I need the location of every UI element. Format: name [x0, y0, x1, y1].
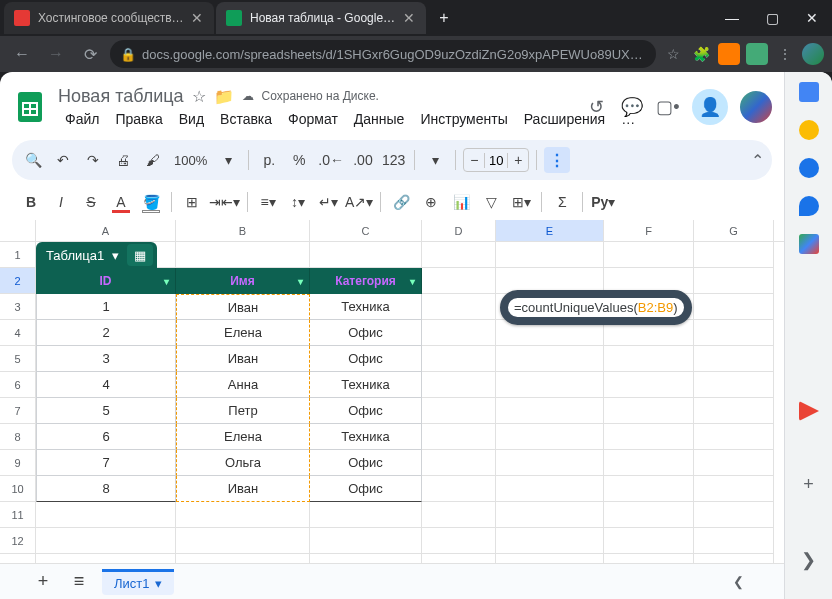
menu-insert[interactable]: Вставка [213, 109, 279, 129]
cell[interactable] [496, 528, 604, 554]
undo-icon[interactable]: ↶ [50, 147, 76, 173]
cell[interactable] [422, 476, 496, 502]
tasks-icon[interactable] [799, 158, 819, 178]
table-cell[interactable]: Ольга [176, 450, 310, 476]
table-chip[interactable]: Таблица1 ▾ ▦ [36, 242, 157, 268]
table-cell[interactable]: Техника [310, 294, 422, 320]
v-align-button[interactable]: ↕▾ [285, 189, 311, 215]
cell[interactable] [310, 502, 422, 528]
table-cell[interactable]: Офис [310, 346, 422, 372]
table-cell[interactable]: Офис [310, 320, 422, 346]
close-button[interactable]: ✕ [792, 0, 832, 36]
table-cell[interactable]: Техника [310, 424, 422, 450]
cell[interactable] [694, 294, 774, 320]
cell[interactable] [694, 502, 774, 528]
browser-tab-0[interactable]: Хостинговое сообщество «Tim ✕ [4, 2, 214, 34]
cell[interactable] [604, 398, 694, 424]
profile-avatar[interactable] [802, 43, 824, 65]
table-header-category[interactable]: Категория▾ [310, 268, 422, 294]
menu-edit[interactable]: Правка [108, 109, 169, 129]
cell[interactable] [176, 502, 310, 528]
cell[interactable] [36, 528, 176, 554]
row-header[interactable]: 11 [0, 502, 36, 528]
merge-button[interactable]: ⇥⇤▾ [209, 189, 240, 215]
cell[interactable] [496, 372, 604, 398]
functions-button[interactable]: Σ [549, 189, 575, 215]
zoom-select[interactable]: 100% [170, 153, 211, 168]
strikethrough-button[interactable]: S [78, 189, 104, 215]
filter-button[interactable]: ▽ [478, 189, 504, 215]
py-button[interactable]: Py▾ [590, 189, 616, 215]
italic-button[interactable]: I [48, 189, 74, 215]
col-header-D[interactable]: D [422, 220, 496, 241]
col-header-B[interactable]: B [176, 220, 310, 241]
close-icon[interactable]: ✕ [402, 11, 416, 25]
table-cell[interactable]: Петр [176, 398, 310, 424]
add-sheet-button[interactable]: + [30, 569, 56, 595]
close-icon[interactable]: ✕ [190, 11, 204, 25]
star-icon[interactable]: ☆ [662, 43, 684, 65]
cell[interactable] [604, 424, 694, 450]
table-cell[interactable]: 3 [36, 346, 176, 372]
cell[interactable] [176, 242, 310, 268]
cell[interactable] [422, 372, 496, 398]
table-cell[interactable]: Иван [176, 294, 310, 320]
table-header-id[interactable]: ID▾ [36, 268, 176, 294]
number-format-button[interactable]: 123 [380, 147, 407, 173]
cell[interactable] [422, 242, 496, 268]
chevron-down-icon[interactable]: ▾ [215, 147, 241, 173]
link-button[interactable]: 🔗 [388, 189, 414, 215]
sheet-tab-1[interactable]: Лист1 ▾ [102, 569, 174, 595]
print-icon[interactable]: 🖨 [110, 147, 136, 173]
cell[interactable] [422, 346, 496, 372]
comments-icon[interactable]: 💬 [620, 95, 644, 119]
font-size-increase[interactable]: + [508, 152, 528, 168]
col-header-F[interactable]: F [604, 220, 694, 241]
row-header[interactable]: 7 [0, 398, 36, 424]
row-header[interactable]: 10 [0, 476, 36, 502]
extension-2[interactable] [746, 43, 768, 65]
table-cell[interactable]: 2 [36, 320, 176, 346]
maximize-button[interactable]: ▢ [752, 0, 792, 36]
col-header-C[interactable]: C [310, 220, 422, 241]
table-cell[interactable]: 7 [36, 450, 176, 476]
cell[interactable] [496, 476, 604, 502]
extension-1[interactable] [718, 43, 740, 65]
table-header-name[interactable]: Имя▾ [176, 268, 310, 294]
h-align-button[interactable]: ≡▾ [255, 189, 281, 215]
table-cell[interactable]: Елена [176, 320, 310, 346]
back-button[interactable]: ← [8, 40, 36, 68]
cell[interactable] [422, 502, 496, 528]
table-cell[interactable]: 4 [36, 372, 176, 398]
chart-button[interactable]: 📊 [448, 189, 474, 215]
bold-button[interactable]: B [18, 189, 44, 215]
history-icon[interactable]: ↺ [584, 95, 608, 119]
increase-decimal-button[interactable]: .00 [350, 147, 376, 173]
cell[interactable] [310, 242, 422, 268]
wrap-button[interactable]: ↵▾ [315, 189, 341, 215]
table-cell[interactable]: Офис [310, 450, 422, 476]
share-button[interactable]: 👤 [692, 89, 728, 125]
cell[interactable] [36, 502, 176, 528]
cell[interactable] [496, 398, 604, 424]
cell[interactable] [694, 424, 774, 450]
table-cell[interactable]: 6 [36, 424, 176, 450]
chevron-down-icon[interactable]: ▾ [164, 276, 169, 287]
table-cell[interactable]: 8 [36, 476, 176, 502]
filter-views-button[interactable]: ⊞▾ [508, 189, 534, 215]
cell[interactable] [694, 372, 774, 398]
table-cell[interactable]: Елена [176, 424, 310, 450]
rotate-button[interactable]: A↗▾ [345, 189, 373, 215]
cell[interactable] [422, 294, 496, 320]
extensions-icon[interactable]: 🧩 [690, 43, 712, 65]
table-cell[interactable]: Офис [310, 398, 422, 424]
new-tab-button[interactable]: + [432, 6, 456, 30]
cell[interactable] [604, 346, 694, 372]
font-size-value[interactable]: 10 [484, 153, 508, 168]
maps-icon[interactable] [799, 234, 819, 254]
hide-panel-icon[interactable]: ❯ [796, 547, 822, 573]
cell[interactable] [496, 424, 604, 450]
cell[interactable] [496, 450, 604, 476]
table-cell[interactable]: 1 [36, 294, 176, 320]
meet-icon[interactable]: ▢• [656, 95, 680, 119]
